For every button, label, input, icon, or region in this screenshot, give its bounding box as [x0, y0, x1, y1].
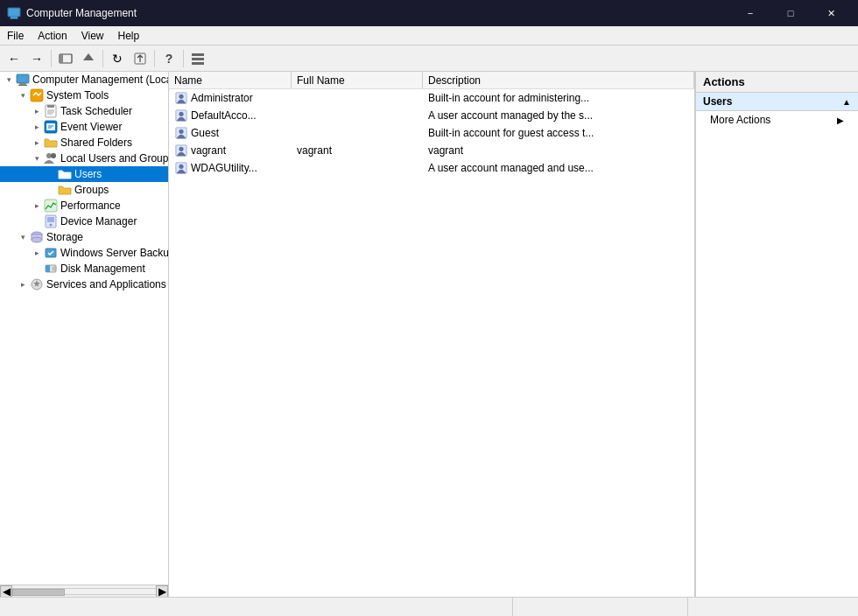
- cell-fullname-default: [292, 114, 423, 117]
- tree-scrollbar[interactable]: ◀ ▶: [0, 584, 168, 597]
- local-users-icon: [44, 151, 58, 165]
- tree-scroll-left[interactable]: ◀: [0, 585, 12, 598]
- expand-shared-folders[interactable]: [30, 135, 44, 150]
- view-button[interactable]: [187, 48, 208, 69]
- cell-name-wdag: WDAGUtility...: [169, 159, 292, 177]
- col-header-description[interactable]: Description: [423, 72, 694, 88]
- list-header: Name Full Name Description: [169, 72, 694, 89]
- center-panel: Name Full Name Description Administrator…: [169, 72, 695, 597]
- cell-desc-vagrant: vagrant: [423, 143, 694, 158]
- event-viewer-icon: [44, 120, 58, 134]
- menu-view[interactable]: View: [74, 26, 111, 45]
- actions-title: Actions: [703, 75, 745, 88]
- expand-local-users[interactable]: [30, 150, 44, 166]
- cell-fullname-vagrant: vagrant: [292, 143, 423, 158]
- tree-label-services-apps: Services and Applications: [46, 278, 166, 290]
- menu-action[interactable]: Action: [31, 26, 74, 45]
- up-button[interactable]: [78, 48, 99, 69]
- back-button[interactable]: ←: [4, 48, 25, 69]
- menu-file[interactable]: File: [0, 26, 31, 45]
- expand-task-scheduler[interactable]: [30, 103, 44, 119]
- tree-item-storage[interactable]: Storage: [0, 229, 168, 245]
- svg-point-43: [179, 147, 183, 151]
- menubar: File Action View Help: [0, 26, 858, 46]
- action-group-users[interactable]: Users ▲: [696, 93, 858, 111]
- tree-item-services-apps[interactable]: Services and Applications: [0, 276, 168, 292]
- disk-mgmt-icon: [44, 262, 58, 276]
- list-row-guest[interactable]: Guest Built-in account for guest access …: [169, 124, 694, 142]
- svg-point-23: [51, 153, 56, 158]
- svg-point-27: [50, 224, 53, 227]
- tree-label-event-viewer: Event Viewer: [60, 121, 122, 133]
- svg-rect-19: [46, 123, 55, 130]
- show-hide-button[interactable]: [55, 48, 76, 69]
- cell-name-vagrant: vagrant: [169, 142, 292, 159]
- window-controls: − □ ✕: [730, 0, 851, 26]
- svg-point-34: [53, 267, 56, 270]
- cell-name-admin: Administrator: [169, 89, 292, 107]
- expand-storage[interactable]: [16, 229, 30, 245]
- col-header-name[interactable]: Name: [169, 72, 292, 88]
- tree-item-local-users[interactable]: Local Users and Groups: [0, 150, 168, 166]
- list-row-administrator[interactable]: Administrator Built-in account for admin…: [169, 89, 694, 107]
- forward-button[interactable]: →: [26, 48, 47, 69]
- expand-event-viewer[interactable]: [30, 119, 44, 135]
- name-default: DefaultAcco...: [191, 109, 257, 122]
- expand-performance[interactable]: [30, 198, 44, 214]
- tree-label-performance: Performance: [60, 200, 121, 212]
- cell-desc-wdag: A user account managed and use...: [423, 160, 694, 176]
- export-button[interactable]: [130, 48, 151, 69]
- svg-rect-4: [60, 54, 63, 63]
- tree-item-event-viewer[interactable]: Event Viewer: [0, 119, 168, 135]
- task-scheduler-icon: [44, 104, 58, 118]
- col-desc-label: Description: [428, 74, 481, 87]
- maximize-button[interactable]: □: [770, 0, 811, 26]
- list-row-defaultacco[interactable]: DefaultAcco... A user account managed by…: [169, 107, 694, 124]
- statusbar: [0, 597, 858, 616]
- svg-rect-1: [11, 17, 18, 18]
- action-group-collapse-icon[interactable]: ▲: [842, 97, 851, 107]
- action-more-actions[interactable]: More Actions ▶: [696, 111, 858, 129]
- tree-label-shared-folders: Shared Folders: [60, 136, 132, 149]
- col-header-fullname[interactable]: Full Name: [292, 72, 423, 88]
- expand-system-tools[interactable]: [16, 88, 30, 103]
- tree-item-groups[interactable]: Groups: [0, 182, 168, 198]
- shared-folders-icon: [44, 136, 58, 150]
- tree-item-disk-management[interactable]: Disk Management: [0, 261, 168, 276]
- menu-help[interactable]: Help: [111, 26, 147, 45]
- svg-point-37: [179, 94, 183, 99]
- user-icon-wdag: [174, 161, 188, 175]
- tree-scroll-track: [12, 588, 156, 595]
- tree-item-shared-folders[interactable]: Shared Folders: [0, 135, 168, 150]
- help-button[interactable]: ?: [158, 48, 179, 69]
- minimize-button[interactable]: −: [730, 0, 770, 26]
- tree-item-windows-server-backup[interactable]: Windows Server Backup: [0, 245, 168, 261]
- refresh-button[interactable]: ↻: [107, 48, 128, 69]
- tree-scroll-thumb[interactable]: [12, 589, 65, 596]
- expand-services-apps[interactable]: [16, 276, 30, 292]
- tree-label-system-tools: System Tools: [46, 89, 109, 102]
- tree-item-task-scheduler[interactable]: Task Scheduler: [0, 103, 168, 119]
- tree-item-performance[interactable]: Performance: [0, 198, 168, 214]
- svg-point-45: [179, 164, 183, 169]
- tree-item-root[interactable]: Computer Management (Local: [0, 72, 168, 88]
- list-row-wdagutility[interactable]: WDAGUtility... A user account managed an…: [169, 159, 694, 177]
- toolbar-separator-3: [154, 50, 155, 67]
- cell-name-guest: Guest: [169, 124, 292, 142]
- main-container: Computer Management (Local System Tools: [0, 72, 858, 597]
- tree-item-device-manager[interactable]: Device Manager: [0, 214, 168, 229]
- svg-rect-0: [8, 8, 20, 17]
- tree-item-users[interactable]: Users: [0, 166, 168, 182]
- expand-wsb[interactable]: [30, 245, 44, 261]
- close-button[interactable]: ✕: [811, 0, 851, 26]
- tree-scroll-right[interactable]: ▶: [156, 585, 168, 598]
- cell-fullname-guest: [292, 131, 423, 135]
- right-panel: Actions Users ▲ More Actions ▶: [695, 72, 858, 597]
- expand-root[interactable]: [2, 72, 16, 88]
- tree-item-system-tools[interactable]: System Tools: [0, 88, 168, 103]
- col-name-label: Name: [174, 74, 202, 87]
- list-row-vagrant[interactable]: vagrant vagrant vagrant: [169, 142, 694, 159]
- tree-label-task-scheduler: Task Scheduler: [60, 105, 132, 117]
- user-icon-default: [174, 108, 188, 122]
- cell-fullname-admin: [292, 96, 423, 100]
